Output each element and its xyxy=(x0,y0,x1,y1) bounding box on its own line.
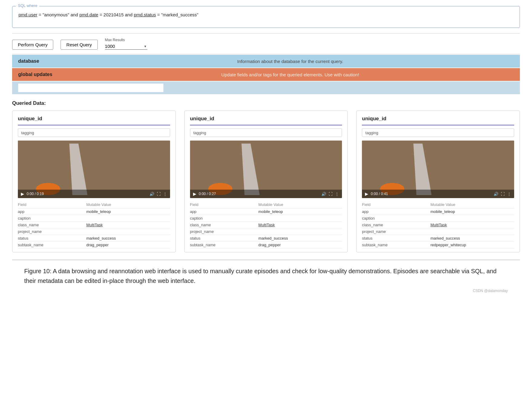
card-table-2: FieldMutable Valueappmobile_teleopcaptio… xyxy=(190,202,342,248)
queried-data-label: Queried Data: xyxy=(12,100,520,106)
perform-query-button[interactable]: Perform Query xyxy=(12,40,53,50)
global-updates-info-row: global updates Update fields and/or tags… xyxy=(12,68,520,81)
table-cell-field-1-4: project_name xyxy=(18,228,86,235)
sql-where-label: SQL where xyxy=(16,3,39,8)
query-controls: Perform Query Reset Query Max Results 10… xyxy=(12,33,520,54)
card-divider-3 xyxy=(362,125,514,125)
table-cell-value-1-1[interactable]: mobile_teleop xyxy=(86,208,170,215)
card-title-1: unique_id xyxy=(18,116,170,122)
card-tagging-3[interactable]: tagging xyxy=(362,128,514,137)
video-more-icon-3[interactable]: ⋮ xyxy=(507,192,511,196)
card-video-1[interactable]: ▶0:00 / 0:19🔊⛶⋮ xyxy=(18,141,170,198)
col-header-field-2: Field xyxy=(190,202,258,208)
table-cell-value-2-1[interactable]: mobile_teleop xyxy=(258,208,342,215)
video-play-btn-1[interactable]: ▶ xyxy=(21,191,24,196)
card-tagging-1[interactable]: tagging xyxy=(18,128,170,137)
table-cell-field-2-4: project_name xyxy=(190,228,258,235)
video-volume-icon-3[interactable]: 🔊 xyxy=(494,192,498,196)
max-results-select-wrapper[interactable]: 100 500 1000 5000 ▾ xyxy=(105,43,147,50)
video-time-1: 0:00 / 0:19 xyxy=(27,192,147,196)
global-updates-label: global updates xyxy=(18,72,67,77)
max-results-label: Max Results xyxy=(105,38,147,42)
sql-where-section: SQL where pmd.user = "anonymous" and pmd… xyxy=(12,6,520,28)
watermark: CSDN @datamonday xyxy=(24,289,508,293)
video-time-2: 0:00 / 0:27 xyxy=(199,192,319,196)
table-row-1-3: class_nameMultiTask xyxy=(18,222,170,228)
pmd-date: pmd.date xyxy=(79,12,98,17)
video-fullscreen-icon-2[interactable]: ⛶ xyxy=(329,192,333,196)
video-more-icon-1[interactable]: ⋮ xyxy=(163,192,167,196)
table-cell-value-2-5[interactable]: marked_success xyxy=(258,235,342,242)
table-row-2-1: appmobile_teleop xyxy=(190,208,342,215)
card-table-1: FieldMutable Valueappmobile_teleopcaptio… xyxy=(18,202,170,248)
table-row-2-0: FieldMutable Value xyxy=(190,202,342,208)
card-1: unique_idtagging▶0:00 / 0:19🔊⛶⋮FieldMuta… xyxy=(12,111,176,252)
table-cell-field-2-2: caption xyxy=(190,215,258,222)
video-time-3: 0:00 / 0:41 xyxy=(371,192,491,196)
cards-grid: unique_idtagging▶0:00 / 0:19🔊⛶⋮FieldMuta… xyxy=(12,111,520,252)
card-tagging-2[interactable]: tagging xyxy=(190,128,342,137)
video-play-btn-2[interactable]: ▶ xyxy=(193,191,196,196)
empty-input-field[interactable] xyxy=(18,84,163,92)
table-row-1-2: caption xyxy=(18,215,170,222)
table-cell-value-3-2[interactable] xyxy=(431,215,514,222)
table-cell-value-3-4[interactable] xyxy=(431,228,514,235)
table-cell-value-2-4[interactable] xyxy=(258,228,342,235)
video-fullscreen-icon-1[interactable]: ⛶ xyxy=(157,192,161,196)
video-more-icon-2[interactable]: ⋮ xyxy=(335,192,339,196)
table-cell-value-1-6[interactable]: drag_pepper xyxy=(86,242,170,248)
pmd-status: pmd.status xyxy=(134,12,156,17)
pmd-user: pmd.user xyxy=(18,12,38,17)
col-header-field-1: Field xyxy=(18,202,86,208)
table-row-3-6: subtask_nameredpepper_whitecup xyxy=(362,242,514,248)
table-row-2-3: class_nameMultiTask xyxy=(190,222,342,228)
table-row-2-6: subtask_namedrag_pepper xyxy=(190,242,342,248)
table-cell-value-3-5[interactable]: marked_success xyxy=(431,235,514,242)
table-cell-field-2-6: subtask_name xyxy=(190,242,258,248)
table-cell-field-1-3: class_name xyxy=(18,222,86,228)
table-row-3-1: appmobile_teleop xyxy=(362,208,514,215)
table-row-1-5: statusmarked_success xyxy=(18,235,170,242)
table-cell-value-1-2[interactable] xyxy=(86,215,170,222)
table-row-3-3: class_nameMultiTask xyxy=(362,222,514,228)
video-controls-3[interactable]: ▶0:00 / 0:41🔊⛶⋮ xyxy=(362,190,514,198)
card-divider-1 xyxy=(18,125,170,125)
video-play-btn-3[interactable]: ▶ xyxy=(365,191,368,196)
global-updates-info-text: Update fields and/or tags for the querie… xyxy=(67,72,514,77)
table-cell-value-1-5[interactable]: marked_success xyxy=(86,235,170,242)
table-cell-field-3-2: caption xyxy=(362,215,430,222)
table-cell-field-3-6: subtask_name xyxy=(362,242,430,248)
video-controls-2[interactable]: ▶0:00 / 0:27🔊⛶⋮ xyxy=(190,190,342,198)
video-controls-1[interactable]: ▶0:00 / 0:19🔊⛶⋮ xyxy=(18,190,170,198)
card-3: unique_idtagging▶0:00 / 0:41🔊⛶⋮FieldMuta… xyxy=(356,111,520,252)
table-cell-value-2-3[interactable]: MultiTask xyxy=(258,222,342,228)
reset-query-button[interactable]: Reset Query xyxy=(61,40,97,50)
table-cell-value-1-4[interactable] xyxy=(86,228,170,235)
max-results-select[interactable]: 100 500 1000 5000 xyxy=(105,43,147,50)
table-cell-value-3-6[interactable]: redpepper_whitecup xyxy=(431,242,514,248)
table-cell-value-1-3[interactable]: MultiTask xyxy=(86,222,170,228)
table-row-2-2: caption xyxy=(190,215,342,222)
table-row-3-5: statusmarked_success xyxy=(362,235,514,242)
table-cell-value-2-2[interactable] xyxy=(258,215,342,222)
table-cell-field-1-5: status xyxy=(18,235,86,242)
table-cell-field-2-3: class_name xyxy=(190,222,258,228)
card-video-3[interactable]: ▶0:00 / 0:41🔊⛶⋮ xyxy=(362,141,514,198)
table-cell-value-2-6[interactable]: drag_pepper xyxy=(258,242,342,248)
video-fullscreen-icon-3[interactable]: ⛶ xyxy=(501,192,505,196)
card-video-2[interactable]: ▶0:00 / 0:27🔊⛶⋮ xyxy=(190,141,342,198)
table-cell-value-3-3[interactable]: MultiTask xyxy=(431,222,514,228)
database-info-text: Information about the database for the c… xyxy=(67,59,514,64)
card-2: unique_idtagging▶0:00 / 0:27🔊⛶⋮FieldMuta… xyxy=(184,111,348,252)
database-label: database xyxy=(18,58,67,64)
table-row-1-6: subtask_namedrag_pepper xyxy=(18,242,170,248)
video-volume-icon-2[interactable]: 🔊 xyxy=(321,192,326,196)
table-cell-value-3-1[interactable]: mobile_teleop xyxy=(431,208,514,215)
table-row-3-4: project_name xyxy=(362,228,514,235)
col-header-value-2: Mutable Value xyxy=(258,202,342,208)
empty-input-row xyxy=(12,81,520,94)
table-cell-field-1-2: caption xyxy=(18,215,86,222)
video-volume-icon-1[interactable]: 🔊 xyxy=(149,192,154,196)
table-cell-field-1-6: subtask_name xyxy=(18,242,86,248)
caption-text: Figure 10: A data browsing and reannotat… xyxy=(24,266,508,286)
